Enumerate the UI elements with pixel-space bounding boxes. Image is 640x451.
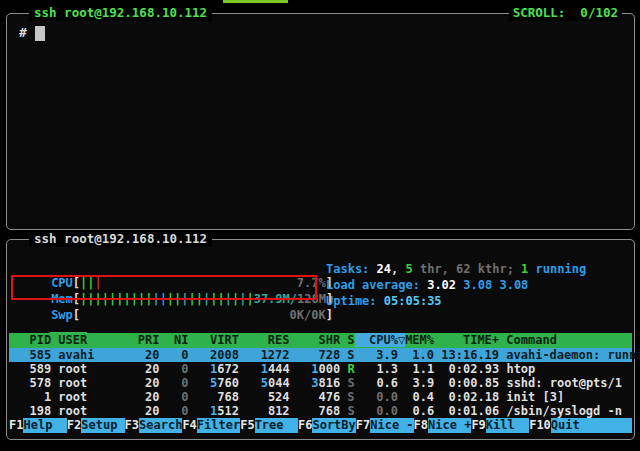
uptime-stat: Uptime: 05:05:35 xyxy=(326,294,442,308)
fn-key-label: F6 xyxy=(298,418,312,433)
fn-key-label: F4 xyxy=(182,418,196,433)
terminal-screen: { "colors": { "accent_green": "#50e050",… xyxy=(0,0,640,451)
fn-action-tree[interactable]: Tree xyxy=(255,418,298,433)
scroll-indicator: SCROLL: 0/102 xyxy=(509,5,622,21)
process-row[interactable]: 589 root 20 0 1672 1444 1000 R 1.3 1.1 0… xyxy=(9,362,632,376)
fn-action-help[interactable]: Help xyxy=(23,418,66,433)
fn-key-label: F10 xyxy=(529,418,551,433)
tasks-stat: Tasks: 24, 5 thr, 62 kthr; 1 running xyxy=(326,262,586,276)
bottom-pane-title: ssh root@192.168.10.112 xyxy=(29,231,212,247)
fn-key-label: F3 xyxy=(125,418,139,433)
table-header[interactable]: PID USER PRI NI VIRT RES SHR S CPU%▽MEM%… xyxy=(9,333,632,348)
process-row[interactable]: 198 root 20 0 1512 812 768 S 0.0 0.6 0:0… xyxy=(9,404,632,418)
fn-key-label: F5 xyxy=(240,418,254,433)
top-pane[interactable]: ssh root@192.168.10.112 SCROLL: 0/102 # xyxy=(6,13,635,230)
fn-action-search[interactable]: Search xyxy=(139,418,182,433)
fn-action-filter[interactable]: Filter xyxy=(197,418,240,433)
fn-action-sortby[interactable]: SortBy xyxy=(312,418,355,433)
top-pane-title: ssh root@192.168.10.112 xyxy=(29,5,212,21)
fn-key-label: F7 xyxy=(356,418,370,433)
fn-action-kill[interactable]: Kill xyxy=(486,418,529,433)
htop-tabs: Main I/O xyxy=(15,318,87,333)
fn-bar: F1Help F2Setup F3SearchF4FilterF5Tree F6… xyxy=(9,418,632,433)
process-row[interactable]: 578 root 20 0 5760 5044 3816 S 0.6 3.9 0… xyxy=(9,376,632,390)
swp-meter: Swp[ 0K/0K] Uptime: 05:05:35 xyxy=(15,294,333,309)
cpu-meter: CPU[||| 7.7%] Tasks: 24, 5 thr, 62 kthr;… xyxy=(15,262,333,277)
shell-prompt: # xyxy=(19,25,45,41)
process-row[interactable]: 1 root 20 0 768 524 476 S 0.0 0.4 0:02.1… xyxy=(9,390,632,404)
fn-key-label: F2 xyxy=(67,418,81,433)
fn-action-setup[interactable]: Setup xyxy=(81,418,124,433)
swp-meter-bar: Swp[ 0K/0K] xyxy=(44,308,333,322)
top-accent-bar xyxy=(223,0,288,3)
fn-key-label: F1 xyxy=(9,418,23,433)
mem-meter: Mem[||||||||||||||||||||||||37.9M/128M] … xyxy=(15,278,333,293)
fn-action-nice-[interactable]: Nice + xyxy=(428,418,471,433)
prompt-char: # xyxy=(19,25,27,40)
fn-action-quit[interactable]: Quit xyxy=(551,418,632,433)
fn-key-label: F8 xyxy=(414,418,428,433)
load-average-stat: Load average: 3.02 3.08 3.08 xyxy=(326,278,528,292)
fn-key-label: F9 xyxy=(471,418,485,433)
fn-action-nice-[interactable]: Nice - xyxy=(370,418,413,433)
bottom-pane[interactable]: ssh root@192.168.10.112 CPU[||| 7.7%] Ta… xyxy=(6,239,635,440)
process-row[interactable]: 585 avahi 20 0 2008 1272 728 S 3.9 1.0 1… xyxy=(9,348,632,362)
text-cursor xyxy=(35,26,45,41)
